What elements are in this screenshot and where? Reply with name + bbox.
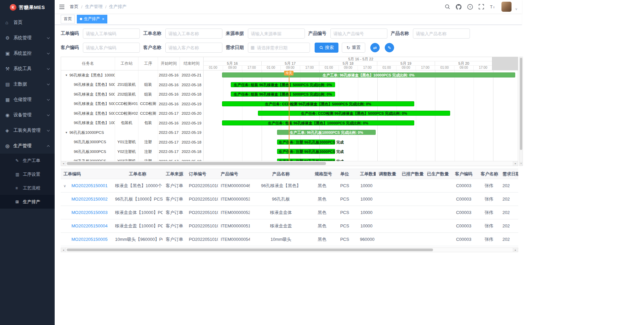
breadcrumb-item[interactable]: 生产管理 (85, 4, 103, 10)
tree-expand-icon[interactable]: ▼ (65, 131, 68, 134)
close-tab-icon[interactable]: × (102, 17, 104, 21)
filter-input[interactable] (83, 29, 140, 39)
reset-button[interactable]: ↻重置 (342, 43, 365, 53)
gantt-bar[interactable]: 生产任务: CCD检测 96孔移液盒【黑色】5000PCS 完成比例: 0% (222, 101, 414, 106)
table-cell (376, 193, 399, 206)
search-button[interactable]: 搜索 (315, 43, 338, 53)
gantt-cell (139, 70, 158, 80)
row-expand-caret[interactable]: ∨ (63, 184, 71, 188)
sidebar-item-production-order[interactable]: ✎生产工单 (0, 154, 55, 167)
table-row[interactable]: ∨MO202205150001移液盒【黑色】10000个客户订单PO202205… (61, 179, 518, 193)
table-cell: 10000 (357, 179, 376, 193)
sidebar-item-fixture-mgmt[interactable]: ◈工装夹具管理 (0, 123, 55, 138)
sidebar-item-master-data[interactable]: ▤主数据 (0, 76, 55, 92)
filter-input[interactable] (330, 29, 387, 39)
topbar-icons: ? TT ˅ (445, 2, 517, 12)
help-icon[interactable]: ? (467, 4, 473, 10)
gantt-task-row[interactable]: 96孔移液盒【黑色】5000PCSZ01组装机组装2022-05-162022-… (61, 80, 203, 90)
scroll-left-arrow-icon[interactable]: ◂ (61, 161, 66, 166)
app-logo[interactable]: K 苦糖果MES (0, 0, 55, 15)
gantt-task-row[interactable]: 96孔移液盒【黑色】10000PCS包装机包装2022-05-162022-05… (61, 118, 203, 128)
filter-input[interactable] (248, 29, 305, 39)
work-order-link[interactable]: MO202205150003 (71, 210, 108, 215)
work-order-link[interactable]: MO202205150005 (71, 237, 108, 242)
scroll-right-arrow-icon[interactable]: ▸ (513, 161, 518, 166)
tab-label: 首页 (64, 16, 72, 22)
sidebar-item-process-setting[interactable]: ▥工序设置 (0, 167, 55, 181)
sidebar-item-system-tools[interactable]: ⚒系统工具 (0, 61, 55, 76)
table-row[interactable]: ∨MO202205150004移液盒盒盖【10000】PCS客户订单PO2022… (61, 219, 518, 233)
task-name-cell: 96孔移液盒【黑色】5000PCS (61, 99, 115, 109)
sidebar-item-label: 首页 (13, 19, 22, 25)
gantt-bar[interactable]: 生产任务: 组装 96孔移液盒【黑色】5000PCS 完成比例: 0% (231, 92, 335, 97)
gantt-bar[interactable]: 生产工单: 96孔孔板10000PCS 完成比例: 0% (277, 130, 376, 135)
filter-input[interactable] (165, 43, 222, 53)
sidebar-item-system-mgmt[interactable]: ⚙系统管理 (0, 30, 55, 46)
sidebar-item-production-mgmt[interactable]: ◎生产管理 (0, 138, 55, 154)
task-name-cell: 96孔移液盒【黑色】5000PCS (61, 80, 115, 90)
sidebar-item-equipment-mgmt[interactable]: ◉设备管理 (0, 107, 55, 123)
filter-input[interactable] (165, 29, 222, 39)
work-order-link[interactable]: MO202205150004 (71, 223, 108, 228)
table-hscroll-thumb[interactable] (67, 249, 433, 251)
sidebar-item-home[interactable]: ⌂首页 (0, 15, 55, 30)
table-horizontal-scrollbar[interactable]: ◂ ▸ (61, 248, 518, 252)
tree-expand-icon[interactable]: ▼ (65, 74, 68, 77)
table-row[interactable]: ∨MO202205150003移液盒盒体【10000】PCS客户订单PO2022… (61, 206, 518, 219)
gantt-task-row[interactable]: ▼96孔孔板10000PCS2022-05-172022-05-19 (61, 128, 203, 138)
gantt-task-row[interactable]: 96孔孔板3000PCSY02注塑机注塑2022-05-172022-05-18 (61, 147, 203, 157)
table-column-header: 工单编码 (61, 169, 112, 179)
scroll-right-arrow-icon[interactable]: ▸ (513, 248, 518, 252)
gantt-task-row[interactable]: 96孔移液盒【黑色】5000PCSZ02组装机组装2022-05-162022-… (61, 90, 203, 99)
breadcrumb-item[interactable]: 首页 (70, 4, 78, 10)
gantt-vscroll-thumb[interactable] (520, 58, 522, 150)
filter-label: 产品编号 (308, 31, 326, 37)
gantt-horizontal-scrollbar[interactable]: ◂ ▸ (61, 161, 518, 166)
sidebar-item-process-flow[interactable]: ≡工艺流程 (0, 181, 55, 195)
table-cell: 客户订单 (163, 233, 186, 246)
demand-date-input[interactable] (248, 43, 310, 53)
scroll-down-arrow-icon[interactable]: ˅ (520, 162, 523, 166)
table-hscroll-track[interactable] (66, 248, 513, 252)
fullscreen-icon[interactable] (479, 4, 484, 9)
sidebar-item-label: 生产排产 (23, 199, 40, 205)
table-row[interactable]: ∨MO20220515000510mm吸头【960000】PCS客户订单PO20… (61, 233, 518, 246)
gantt-cell: 2022-05-17 (158, 109, 180, 118)
gantt-task-row[interactable]: ▼96孔移液盒【黑色】10000PCS2022-05-162022-05-21 (61, 70, 203, 80)
gantt-bar[interactable]: 生产任务: 注塑 96孔孔板3000PCS 完成 (277, 140, 335, 145)
edit-button[interactable]: ✎ (385, 43, 394, 52)
font-size-icon[interactable]: TT (490, 4, 496, 9)
gantt-bar[interactable]: 生产任务: 注塑 96孔孔板3000PCS 完成 (277, 149, 335, 154)
filter-input[interactable] (413, 29, 470, 39)
gantt-cell: Y01注塑机 (115, 138, 139, 147)
timeline-range-label: 5月 16 - 5月 22 (204, 57, 518, 61)
gantt-task-row[interactable]: 96孔移液盒【黑色】5000PCSCCD检测#02CCD检测2022-05-17… (61, 109, 203, 118)
tab-item[interactable]: 首页 (61, 15, 75, 23)
avatar-caret-icon[interactable]: ˅ (515, 7, 517, 11)
table-cell: ITEM00000052 (218, 206, 250, 219)
work-order-link[interactable]: MO202205150001 (71, 183, 108, 188)
filter-input[interactable] (83, 43, 140, 53)
gantt-bar[interactable]: 生产任务: 包装 96孔移液盒【黑色】10000PCS 完成比例: 0% (222, 120, 414, 125)
gantt-bar[interactable]: 生产工单: 96孔移液盒【黑色】10000PCS 完成比例: 0% (222, 72, 515, 77)
avatar[interactable] (501, 2, 512, 12)
sidebar-item-production-scheduling[interactable]: ⊞生产排产 (0, 195, 55, 209)
gantt-hscroll-track[interactable] (66, 161, 513, 166)
sidebar-toggle-button[interactable] (59, 5, 64, 9)
tab-active[interactable]: 生产排产× (77, 15, 107, 23)
gantt-vertical-scrollbar[interactable]: ˅ (519, 57, 523, 166)
gantt-bar-rows: 生产工单: 96孔移液盒【黑色】10000PCS 完成比例: 0%生产任务: 组… (204, 70, 518, 166)
sidebar-item-warehouse-mgmt[interactable]: ▦仓储管理 (0, 92, 55, 107)
work-order-link[interactable]: MO202205150002 (71, 197, 108, 202)
gantt-hscroll-thumb[interactable] (67, 162, 326, 165)
refresh-button[interactable]: ⇄ (370, 43, 380, 52)
gantt-task-row[interactable]: 96孔移液盒【黑色】5000PCSCCD检测#01CCD检测2022-05-16… (61, 99, 203, 109)
gantt-bar[interactable]: 生产任务: 组装 96孔移液盒【黑色】5000PCS 完成比例: 0% (231, 82, 335, 87)
search-icon[interactable] (445, 4, 450, 9)
scroll-left-arrow-icon[interactable]: ◂ (61, 248, 66, 252)
github-icon[interactable] (456, 4, 462, 10)
gantt-bar[interactable]: 生产任务: CCD检测 96孔移液盒【黑色】5000PCS 完成比例: 0% (258, 111, 450, 116)
sidebar-item-system-monitor[interactable]: ▣系统监控 (0, 46, 55, 61)
table-row[interactable]: ∨MO20220515000296孔孔板【10000】PCS客户订单PO2022… (61, 193, 518, 206)
gantt-task-row[interactable]: 96孔孔板3000PCSY01注塑机注塑2022-05-172022-05-18 (61, 138, 203, 147)
